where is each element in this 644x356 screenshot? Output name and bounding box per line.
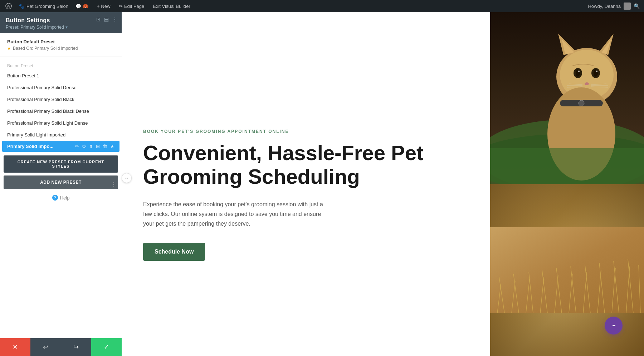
minimize-icon[interactable]: ⊡: [96, 16, 101, 22]
list-item[interactable]: Professional Primary Solid Light Dense: [0, 117, 122, 129]
hero-tag: BOOK YOUR PET'S GROOMING APPOINTMENT ONL…: [143, 129, 469, 134]
comments-icon: 💬: [75, 4, 81, 9]
grooming-salon-icon: 🐾: [19, 4, 24, 9]
help-link[interactable]: ? Help: [0, 191, 122, 205]
active-preset-item[interactable]: Primary Solid impo... ✏ ⚙ ⬆ ⊞ 🗑 ★ ➤: [2, 141, 119, 152]
edit-preset-icon[interactable]: ✏: [75, 144, 79, 149]
help-label: Help: [60, 195, 70, 201]
admin-bar-right: Howdy, Deanna 🔍: [588, 3, 640, 10]
undo-button[interactable]: ↩: [30, 338, 61, 356]
hero-images: [490, 12, 644, 356]
new-label: + New: [97, 4, 110, 9]
new-button[interactable]: + New: [96, 4, 112, 9]
fab-button[interactable]: •••: [605, 317, 623, 335]
hero-description: Experience the ease of booking your pet'…: [143, 199, 329, 229]
more-options-icon[interactable]: ⋮: [112, 16, 117, 22]
hero-section: BOOK YOUR PET'S GROOMING APPOINTMENT ONL…: [122, 12, 644, 356]
svg-point-17: [585, 82, 589, 85]
panel-header-icons: ⊡ ▤ ⋮: [96, 16, 117, 22]
preset-dropdown-arrow-icon[interactable]: ▾: [65, 25, 68, 30]
redo-icon: ↪: [73, 343, 79, 351]
list-item[interactable]: Professional Primary Solid Black: [0, 93, 122, 105]
active-preset-label: Primary Solid impo...: [7, 144, 53, 149]
preset-subtitle-label: Preset: Primary Solid imported: [6, 25, 64, 30]
svg-point-14: [594, 69, 598, 77]
based-on-label: Based On: Primary Solid imported: [13, 46, 78, 51]
svg-text:W: W: [7, 4, 10, 8]
preset-list-header-label: Button Preset: [7, 63, 33, 68]
delete-preset-icon[interactable]: 🗑: [103, 144, 107, 149]
based-on: ★ Based On: Primary Solid imported: [7, 46, 114, 51]
add-new-preset-button[interactable]: ADD NEW PRESET: [4, 175, 118, 189]
hero-title: Convenient, Hassle-Free Pet Grooming Sch…: [143, 141, 469, 189]
export-preset-icon[interactable]: ⬆: [89, 144, 93, 149]
svg-point-15: [578, 71, 580, 72]
star-icon: ★: [7, 46, 11, 51]
cancel-icon: ✕: [13, 343, 18, 351]
search-icon[interactable]: 🔍: [634, 3, 640, 9]
list-item[interactable]: Primary Solid Light imported: [0, 129, 122, 141]
user-avatar[interactable]: [624, 3, 631, 10]
panel-subtitle: Preset: Primary Solid imported ▾: [6, 25, 116, 30]
panel-toggle-button[interactable]: ↔: [122, 173, 132, 183]
howdy-label: Howdy, Deanna: [588, 4, 621, 9]
default-preset-section: Button Default Preset ★ Based On: Primar…: [0, 33, 122, 57]
exit-visual-builder-button[interactable]: Exit Visual Builder: [151, 4, 192, 9]
comments-count: 0: [83, 4, 88, 8]
bottom-toolbar: ✕ ↩ ↪ ✓: [0, 338, 122, 356]
panel-scroll-area: Button Default Preset ★ Based On: Primar…: [0, 33, 122, 356]
panel-header: Button Settings Preset: Primary Solid im…: [0, 12, 122, 33]
save-button[interactable]: ✓: [91, 338, 122, 356]
button-settings-panel: Button Settings Preset: Primary Solid im…: [0, 12, 122, 356]
preset-list-menu-icon[interactable]: ⋮: [111, 181, 117, 188]
edit-page-label: ✏ Edit Page: [119, 4, 144, 9]
layout-icon[interactable]: ▤: [104, 16, 109, 22]
hero-text-area: BOOK YOUR PET'S GROOMING APPOINTMENT ONL…: [122, 12, 490, 356]
undo-icon: ↩: [43, 343, 48, 351]
hero-image-top: [490, 12, 644, 184]
redo-button[interactable]: ↪: [61, 338, 91, 356]
settings-preset-icon[interactable]: ⚙: [82, 144, 86, 149]
wp-logo-icon[interactable]: W: [4, 2, 13, 10]
list-item[interactable]: Professional Primary Solid Dense: [0, 82, 122, 93]
edit-page-button[interactable]: ✏ Edit Page: [117, 4, 146, 9]
preset-item-actions: ✏ ⚙ ⬆ ⊞ 🗑 ★: [75, 144, 114, 149]
site-name[interactable]: 🐾 Pet Grooming Salon: [19, 4, 68, 9]
schedule-now-button[interactable]: Schedule Now: [143, 243, 205, 261]
fab-dots-icon: •••: [613, 323, 615, 328]
svg-rect-27: [490, 148, 644, 184]
duplicate-preset-icon[interactable]: ⊞: [96, 144, 100, 149]
admin-bar: W 🐾 Pet Grooming Salon 💬 0 + New ✏ Edit …: [0, 0, 644, 12]
svg-point-13: [576, 69, 580, 77]
preset-action-buttons: CREATE NEW PRESET FROM CURRENT STYLES AD…: [0, 152, 122, 191]
comments-button[interactable]: 💬 0: [74, 4, 90, 9]
page-content: BOOK YOUR PET'S GROOMING APPOINTMENT ONL…: [122, 12, 644, 356]
main-content-area: BOOK YOUR PET'S GROOMING APPOINTMENT ONL…: [122, 12, 644, 356]
main-layout: Button Settings Preset: Primary Solid im…: [0, 12, 644, 356]
create-preset-button[interactable]: CREATE NEW PRESET FROM CURRENT STYLES: [4, 155, 118, 173]
svg-point-16: [596, 71, 597, 72]
arrow-toggle-icon: ↔: [125, 175, 129, 181]
star-preset-icon[interactable]: ★: [110, 144, 114, 149]
save-icon: ✓: [104, 343, 109, 351]
svg-point-26: [579, 100, 584, 106]
exit-builder-label: Exit Visual Builder: [153, 4, 190, 9]
default-preset-label: Button Default Preset: [7, 39, 114, 44]
preset-list: Button Preset ⋮ Button Preset 1 Professi…: [0, 57, 122, 208]
help-circle-icon: ?: [52, 195, 58, 201]
list-item[interactable]: Professional Primary Solid Black Dense: [0, 105, 122, 117]
cat-image: [490, 12, 644, 184]
list-item[interactable]: Button Preset 1: [0, 70, 122, 82]
cancel-button[interactable]: ✕: [0, 338, 30, 356]
preset-list-header: Button Preset ⋮: [0, 60, 122, 70]
